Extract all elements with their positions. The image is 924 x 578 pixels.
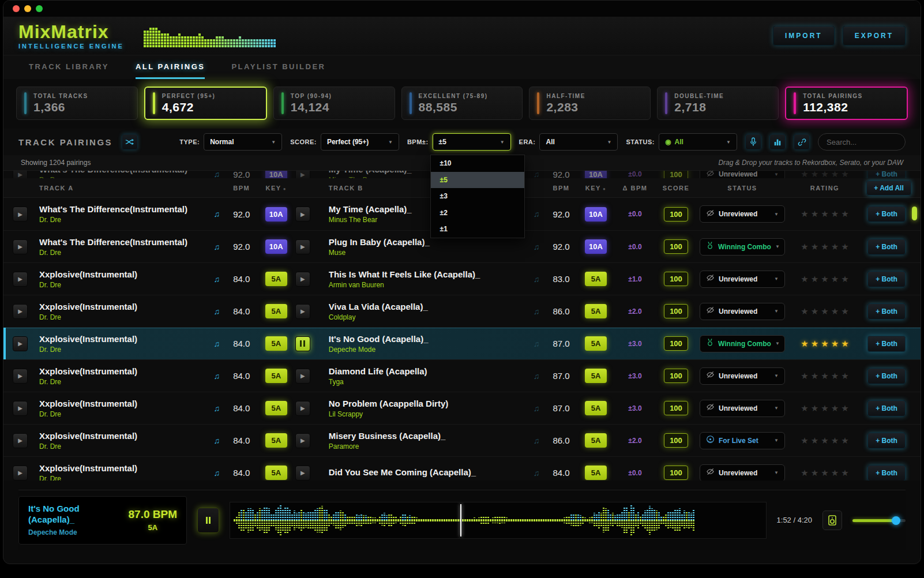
status-dropdown[interactable]: Unreviewed▼	[700, 400, 785, 417]
add-both-button[interactable]: + Both	[867, 303, 906, 320]
star-icon[interactable]: ★	[811, 403, 818, 414]
star-icon[interactable]: ★	[841, 436, 848, 446]
waveform[interactable]	[230, 502, 767, 539]
star-icon[interactable]: ★	[821, 371, 828, 381]
star-icon[interactable]: ★	[831, 339, 839, 349]
add-both-button[interactable]: + Both	[867, 206, 906, 222]
tab-all-pairings[interactable]: ALL PAIRINGS	[136, 55, 205, 79]
play-track-b-button[interactable]	[295, 336, 310, 351]
table-row[interactable]: ▶ Xxplosive(Instrumental) Dr. Dre ♫ 84.0…	[3, 359, 921, 392]
rating-stars[interactable]: ★★★★★	[788, 403, 862, 414]
star-icon[interactable]: ★	[821, 436, 828, 446]
stat-card[interactable]: EXCELLENT (75-89) 88,585	[401, 87, 523, 120]
dropdown-option[interactable]: ±1	[431, 221, 524, 238]
star-icon[interactable]: ★	[831, 371, 839, 381]
dropdown-option[interactable]: ±10	[431, 155, 524, 172]
play-track-a-button[interactable]: ▶	[13, 466, 28, 481]
star-icon[interactable]: ★	[811, 468, 818, 478]
star-icon[interactable]: ★	[801, 274, 808, 284]
star-icon[interactable]: ★	[821, 468, 828, 478]
star-icon[interactable]: ★	[841, 209, 848, 219]
table-row[interactable]: ▶ Xxplosive(Instrumental) Dr. Dre ♫ 84.0…	[3, 262, 921, 295]
table-row[interactable]: ▶ Xxplosive(Instrumental) Dr. Dre ♫ 84.0…	[3, 424, 921, 456]
star-icon[interactable]: ★	[831, 171, 839, 178]
star-icon[interactable]: ★	[841, 371, 848, 381]
rating-stars[interactable]: ★★★★★	[788, 274, 862, 284]
star-icon[interactable]: ★	[811, 339, 818, 349]
star-icon[interactable]: ★	[831, 274, 839, 284]
era-select[interactable]: All▼	[539, 133, 618, 151]
star-icon[interactable]: ★	[821, 403, 828, 414]
rating-stars[interactable]: ★★★★★	[788, 242, 862, 252]
star-icon[interactable]: ★	[811, 436, 818, 446]
star-icon[interactable]: ★	[811, 274, 818, 284]
status-dropdown[interactable]: Unreviewed▼	[700, 303, 785, 320]
close-window-button[interactable]	[13, 5, 20, 12]
status-dropdown[interactable]: Winning Combo▼	[700, 238, 785, 256]
play-track-b-button[interactable]: ▶	[295, 466, 310, 481]
star-icon[interactable]: ★	[831, 209, 839, 219]
status-dropdown[interactable]: Winning Combo▼	[700, 335, 785, 352]
star-icon[interactable]: ★	[831, 242, 839, 252]
star-icon[interactable]: ★	[821, 242, 828, 252]
table-row[interactable]: ▶ Xxplosive(Instrumental) Dr. Dre ♫ 84.0…	[3, 327, 921, 359]
star-icon[interactable]: ★	[821, 306, 828, 317]
tab-track-library[interactable]: TRACK LIBRARY	[29, 55, 109, 79]
star-icon[interactable]: ★	[841, 468, 848, 478]
stat-card[interactable]: PERFECT (95+) 4,672	[144, 87, 267, 120]
playhead[interactable]	[460, 504, 461, 536]
stat-card[interactable]: TOTAL TRACKS 1,366	[16, 87, 138, 120]
maximize-window-button[interactable]	[36, 5, 43, 12]
star-icon[interactable]: ★	[821, 339, 828, 349]
volume-thumb[interactable]	[892, 516, 900, 525]
star-icon[interactable]: ★	[801, 242, 808, 252]
star-icon[interactable]: ★	[801, 209, 808, 219]
star-icon[interactable]: ★	[801, 436, 808, 446]
speaker-button[interactable]	[822, 511, 842, 530]
star-icon[interactable]: ★	[811, 306, 818, 317]
star-icon[interactable]: ★	[801, 306, 808, 317]
star-icon[interactable]: ★	[821, 171, 828, 178]
export-button[interactable]: EXPORT	[843, 26, 906, 46]
rating-stars[interactable]: ★★★★★	[788, 371, 862, 381]
star-icon[interactable]: ★	[811, 242, 818, 252]
star-icon[interactable]: ★	[841, 403, 848, 414]
add-both-button[interactable]: + Both	[867, 368, 906, 384]
stat-card[interactable]: TOP (90-94) 14,124	[273, 87, 395, 120]
rating-stars[interactable]: ★★★★★	[788, 339, 862, 349]
add-both-button[interactable]: + Both	[867, 465, 906, 481]
status-dropdown[interactable]: For Live Set▼	[700, 432, 785, 449]
star-icon[interactable]: ★	[831, 306, 839, 317]
star-icon[interactable]: ★	[811, 371, 818, 381]
play-track-a-button[interactable]: ▶	[13, 171, 28, 178]
table-row[interactable]: ▶ Xxplosive(Instrumental) Dr. Dre ♫ 84.0…	[3, 295, 921, 327]
status-dropdown[interactable]: Unreviewed▼	[700, 367, 785, 385]
rating-stars[interactable]: ★★★★★	[788, 209, 862, 219]
play-track-a-button[interactable]: ▶	[13, 239, 28, 254]
table-row[interactable]: ▶ Xxplosive(Instrumental) Dr. Dre ♫ 84.0…	[3, 456, 921, 481]
star-icon[interactable]: ★	[841, 339, 848, 349]
star-icon[interactable]: ★	[801, 171, 808, 178]
add-both-button[interactable]: + Both	[867, 400, 906, 416]
play-track-b-button[interactable]: ▶	[295, 369, 310, 384]
star-icon[interactable]: ★	[831, 436, 839, 446]
star-icon[interactable]: ★	[831, 403, 839, 414]
play-track-b-button[interactable]: ▶	[295, 433, 310, 448]
stat-card[interactable]: DOUBLE-TIME 2,718	[657, 87, 779, 120]
shuffle-button[interactable]	[122, 134, 138, 150]
rating-stars[interactable]: ★★★★★	[788, 468, 862, 478]
star-icon[interactable]: ★	[841, 171, 848, 178]
play-track-a-button[interactable]: ▶	[13, 304, 28, 319]
add-both-button[interactable]: + Both	[867, 239, 906, 255]
table-row[interactable]: ▶ Xxplosive(Instrumental) Dr. Dre ♫ 84.0…	[3, 392, 921, 424]
star-icon[interactable]: ★	[841, 274, 848, 284]
add-all-button[interactable]: + Add All	[866, 181, 911, 196]
star-icon[interactable]: ★	[831, 468, 839, 478]
player-pause-button[interactable]	[197, 508, 219, 533]
dropdown-option[interactable]: ±5	[431, 172, 524, 189]
import-button[interactable]: IMPORT	[773, 26, 835, 46]
tab-playlist-builder[interactable]: PLAYLIST BUILDER	[231, 55, 325, 79]
rating-stars[interactable]: ★★★★★	[788, 171, 862, 178]
link-button[interactable]	[794, 134, 810, 150]
status-dropdown[interactable]: Unreviewed▼	[700, 205, 785, 223]
